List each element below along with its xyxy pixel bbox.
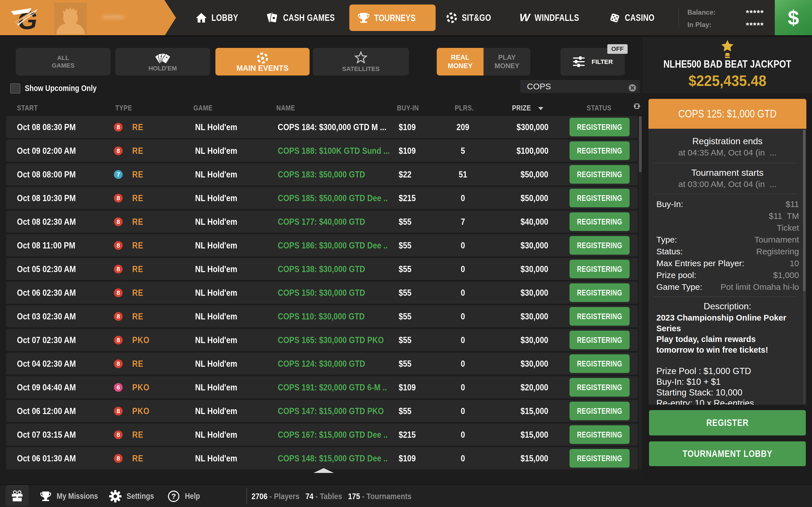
svg-text:?: ? (171, 492, 176, 501)
